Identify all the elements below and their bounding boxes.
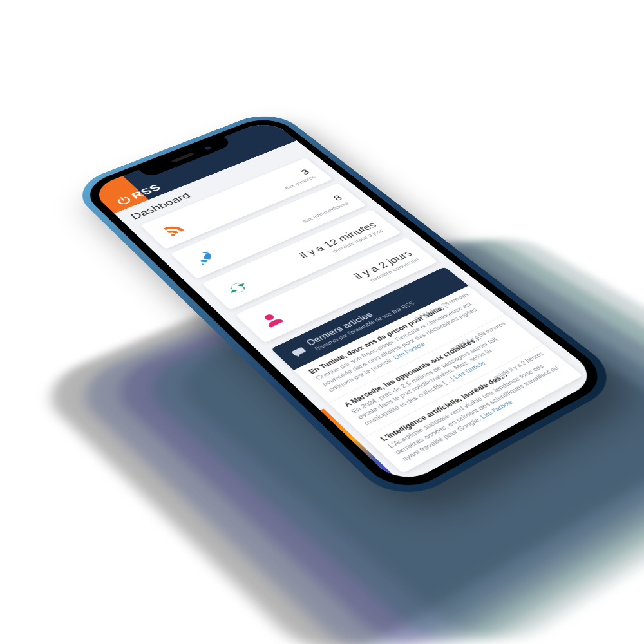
latest-articles-panel: Derniers articles Transmis par l'ensembl… — [271, 267, 583, 473]
panel-title: Derniers articles — [305, 310, 375, 346]
stat-cards: 3 flux générés 8 flux intermédiaires — [140, 158, 438, 343]
read-article-link[interactable]: Lire l'article — [392, 341, 426, 360]
panel-subtitle: Transmis par l'ensemble de vos flux RSS — [313, 301, 416, 352]
article-time: publié il y a 2 heures — [492, 351, 545, 381]
stat-value: il y a 2 jours — [352, 249, 415, 281]
article-desc: Connue par son franc-parler, l'avocate e… — [314, 301, 478, 393]
article-time: publié il y a 28 minutes — [413, 292, 470, 321]
article-desc: En 2024, près de 2,5 millions de passage… — [350, 336, 499, 426]
phone-mockup: RSS Dashboard 3 flux générés — [77, 113, 615, 498]
rocket-icon — [189, 248, 222, 268]
user-icon — [255, 309, 289, 331]
chat-icon — [289, 345, 310, 359]
article-title: En Tunisie, deux ans de prison pour Soni… — [307, 293, 471, 375]
article-item[interactable]: publié il y a 53 minutes A Marseille, le… — [328, 314, 543, 437]
refresh-icon — [222, 278, 254, 298]
article-desc: L'Académie suédoise rend visible une ten… — [386, 363, 560, 462]
read-article-link[interactable]: Lire l'article — [452, 360, 487, 380]
article-time: publié il y a 53 minutes — [449, 321, 507, 352]
color-rail — [320, 408, 404, 487]
article-title: L'intelligence artificielle, lauréate de… — [379, 352, 546, 442]
rss-icon — [158, 220, 189, 238]
article-title: A Marseille, les opposants aux croisière… — [342, 322, 507, 408]
article-item[interactable]: publié il y a 2 heures L'intelligence ar… — [365, 344, 583, 473]
panel-header: Derniers articles Transmis par l'ensembl… — [271, 267, 468, 370]
read-article-link[interactable]: Lire l'article — [478, 399, 515, 420]
